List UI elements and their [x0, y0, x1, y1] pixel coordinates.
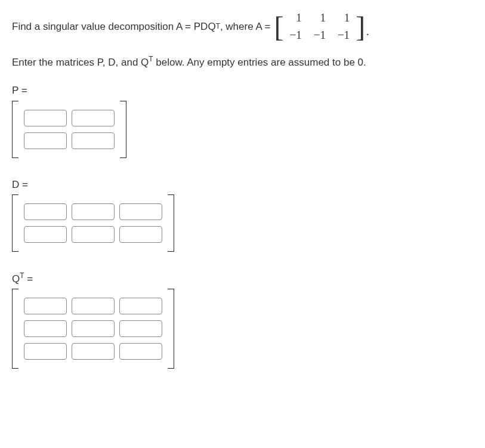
D-input-1-1[interactable] [72, 226, 115, 243]
QT-input-2-2[interactable] [119, 343, 162, 360]
QT-input-2-1[interactable] [72, 343, 115, 360]
QT-input-0-1[interactable] [72, 298, 115, 314]
matrix-D [12, 194, 174, 252]
label-D: D = [12, 177, 473, 193]
transpose-sup-1: T [216, 21, 220, 32]
matrix-P [12, 101, 126, 158]
QT-input-1-0[interactable] [24, 320, 67, 337]
QT-input-1-2[interactable] [119, 320, 162, 337]
A-0-2: 1 [332, 10, 356, 27]
P-input-1-1[interactable] [72, 132, 115, 149]
instruction: Enter the matrices P, D, and QT below. A… [12, 54, 473, 70]
bracket-left [12, 101, 18, 158]
bracket-right [168, 289, 174, 369]
P-input-1-0[interactable] [24, 132, 67, 149]
QT-input-0-0[interactable] [24, 298, 67, 314]
matrix-A: [ 1 1 1 −1 −1 −1 ] [274, 10, 365, 44]
instruction-a: Enter the matrices P, D, and Q [12, 57, 149, 68]
A-1-1: −1 [308, 27, 332, 44]
matrix-QT [12, 289, 174, 369]
A-0-1: 1 [308, 10, 332, 27]
D-input-0-1[interactable] [72, 203, 115, 220]
D-input-1-0[interactable] [24, 226, 67, 243]
A-1-0: −1 [283, 27, 307, 44]
D-input-1-2[interactable] [119, 226, 162, 243]
QT-input-1-1[interactable] [72, 320, 115, 337]
D-input-0-2[interactable] [119, 203, 162, 220]
bracket-right [168, 194, 174, 252]
problem-text-2: , where A = [220, 19, 271, 35]
transpose-sup-2: T [149, 55, 153, 63]
QT-input-2-0[interactable] [24, 343, 67, 360]
instruction-b: below. Any empty entries are assumed to … [153, 57, 366, 68]
QT-input-0-2[interactable] [119, 298, 162, 314]
bracket-left [12, 194, 18, 252]
bracket-left [12, 289, 18, 369]
label-P: P = [12, 83, 473, 98]
label-QT: QT = [12, 271, 473, 286]
A-1-2: −1 [332, 27, 356, 44]
problem-text-1: Find a singular value decomposition A = … [12, 19, 216, 35]
problem-statement: Find a singular value decomposition A = … [12, 10, 473, 44]
bracket-right [120, 101, 126, 158]
D-input-0-0[interactable] [24, 203, 67, 220]
P-input-0-0[interactable] [24, 110, 67, 126]
A-0-0: 1 [283, 10, 307, 27]
P-input-0-1[interactable] [72, 110, 115, 126]
